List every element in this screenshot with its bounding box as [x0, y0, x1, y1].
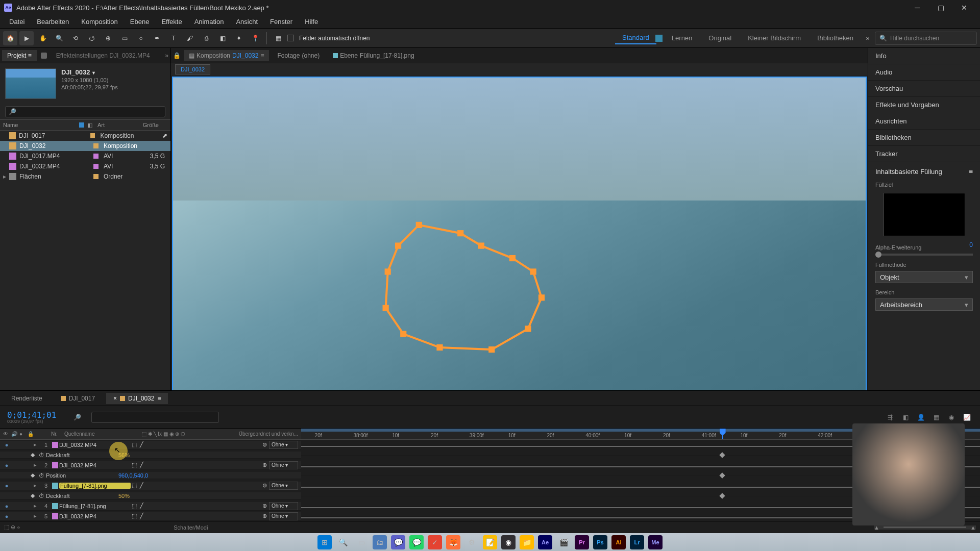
menu-effekte[interactable]: Effekte [155, 18, 188, 26]
panel-tracker[interactable]: Tracker [868, 146, 980, 162]
taskbar-obs[interactable]: ◉ [501, 535, 516, 549]
menu-ebene[interactable]: Ebene [124, 18, 156, 26]
panel-audio[interactable]: Audio [868, 64, 980, 81]
shy-icon[interactable]: 👤 [915, 411, 927, 423]
menu-animation[interactable]: Animation [188, 18, 230, 26]
panel-info[interactable]: Info [868, 48, 980, 64]
panel-menu-icon[interactable]: ≡ [969, 167, 973, 176]
footage-viewer-tab[interactable]: Footage (ohne) [272, 50, 325, 61]
col-name[interactable]: Name [3, 122, 87, 128]
panel-vorschau[interactable]: Vorschau [868, 81, 980, 97]
snap-icon[interactable]: ▦ [271, 31, 285, 45]
switch-mode-toggle[interactable]: Schalter/Modi [174, 524, 208, 531]
mask-path[interactable] [367, 209, 575, 375]
ellipse-tool[interactable]: ○ [134, 31, 148, 45]
workspace-kleiner[interactable]: Kleiner Bildschirm [741, 32, 808, 44]
pen-tool[interactable]: ✒ [150, 31, 164, 45]
layer-row[interactable]: ●▸1DJI_0032.MP4⬚╱⊚Ohne ▾ [0, 440, 980, 450]
tab-dji0017[interactable]: DJI_0017 [54, 393, 102, 404]
timeline-zoom-slider[interactable]: ▲▲ [874, 525, 976, 530]
workspace-standard[interactable]: Standard [615, 32, 656, 44]
brush-tool[interactable]: 🖌 [183, 31, 197, 45]
project-item[interactable]: DJI_0032Komposition [0, 141, 170, 151]
tab-renderliste[interactable]: Renderliste [4, 393, 50, 404]
menu-hilfe[interactable]: Hilfe [299, 18, 324, 26]
project-search[interactable]: 🔎 [5, 106, 165, 117]
comp-viewer-tab[interactable]: ▦ Komposition DJI_0032 ≡ [184, 50, 269, 61]
puppet-tool[interactable]: 📍 [248, 31, 262, 45]
frame-blend-icon[interactable]: ▦ [930, 411, 942, 423]
project-item[interactable]: DJI_0032.MP4AVI3,5 G [0, 161, 170, 171]
menu-bearbeiten[interactable]: Bearbeiten [31, 18, 75, 26]
comp-name[interactable]: DJI_0032 [61, 68, 118, 76]
rotate-tool[interactable]: ⭯ [85, 31, 99, 45]
selection-tool[interactable]: ▶ [19, 31, 34, 45]
layer-property-row[interactable]: ◆⏱Deckkraft50% [0, 491, 980, 501]
layer-row[interactable]: ●▸3Füllung_[7-81].png⬚╱⊚Ohne ▾ [0, 481, 980, 491]
start-button[interactable]: ⊞ [317, 535, 332, 549]
layer-row[interactable]: ●▸5DJI_0032.MP4⬚╱⊚Ohne ▾ [0, 511, 980, 521]
project-tab[interactable]: Projekt ≡ [2, 50, 37, 61]
workspace-bibliotheken[interactable]: Bibliotheken [810, 32, 861, 44]
workspace-original[interactable]: Original [701, 32, 739, 44]
orbit-tool[interactable]: ⟲ [68, 31, 83, 45]
layer-viewer-tab[interactable]: Ebene Füllung_[17-81].png [328, 50, 419, 61]
taskbar-firefox[interactable]: 🦊 [446, 535, 460, 549]
col-size[interactable]: Größe [133, 122, 159, 128]
col-art[interactable]: Art [97, 122, 133, 128]
project-item[interactable]: ▸FlächenOrdner [0, 171, 170, 182]
close-button[interactable]: ✕ [952, 0, 976, 15]
rect-tool[interactable]: ▭ [117, 31, 132, 45]
method-dropdown[interactable]: Objekt [875, 271, 973, 283]
alpha-value[interactable]: 0 [969, 241, 973, 251]
auto-open-checkbox[interactable] [287, 35, 294, 41]
range-dropdown[interactable]: Arbeitsbereich [875, 298, 973, 311]
panel-ausrichten[interactable]: Ausrichten [868, 113, 980, 130]
anchor-tool[interactable]: ⊕ [101, 31, 115, 45]
motion-blur-icon[interactable]: ◉ [945, 411, 958, 423]
taskbar-notes[interactable]: 📝 [483, 535, 497, 549]
toggle-switches-icon[interactable]: ⬚ ⊕ ⟐ [4, 524, 20, 531]
effect-tab-icon[interactable] [41, 53, 47, 59]
workspace-menu-icon[interactable] [655, 35, 663, 42]
project-item[interactable]: DJI_0017.MP4AVI3,5 G [0, 151, 170, 161]
menu-fenster[interactable]: Fenster [264, 18, 299, 26]
timeline-search[interactable] [91, 412, 219, 423]
menu-datei[interactable]: Datei [3, 18, 31, 26]
taskbar-tasks[interactable]: ▭ [354, 535, 369, 549]
graph-editor-icon[interactable]: 📈 [961, 411, 973, 423]
text-tool[interactable]: T [166, 31, 181, 45]
draft3d-icon[interactable]: ◧ [899, 411, 912, 423]
alpha-slider[interactable] [875, 254, 973, 256]
layer-row[interactable]: ●▸2DJI_0032.MP4⬚╱⊚Ohne ▾ [0, 460, 980, 470]
minimize-button[interactable]: ─ [905, 0, 929, 15]
layer-property-row[interactable]: ◆⏱Deckkraft56% [0, 450, 980, 460]
home-tool[interactable]: 🏠 [3, 31, 17, 45]
taskbar-explorer[interactable]: 🗂 [373, 535, 387, 549]
project-item[interactable]: DJI_0017Komposition⬈ [0, 131, 170, 141]
taskbar-files[interactable]: 📁 [520, 535, 534, 549]
taskbar-search[interactable]: 🔍 [336, 535, 350, 549]
tab-dji0032[interactable]: ×DJI_0032 ≡ [106, 393, 168, 404]
eraser-tool[interactable]: ◧ [215, 31, 230, 45]
taskbar-lr[interactable]: Lr [630, 535, 644, 549]
comp-mini-flowchart-icon[interactable]: ⇶ [884, 411, 896, 423]
taskbar-todoist[interactable]: ✓ [428, 535, 442, 549]
menu-ansicht[interactable]: Ansicht [230, 18, 264, 26]
stamp-tool[interactable]: ⎙ [199, 31, 213, 45]
panel-overflow-icon[interactable]: » [165, 52, 168, 59]
panel-bibliotheken[interactable]: Bibliotheken [868, 130, 980, 146]
maximize-button[interactable]: ▢ [929, 0, 952, 15]
layer-row[interactable]: ●▸4Füllung_[7-81].png⬚╱⊚Ohne ▾ [0, 501, 980, 511]
help-search[interactable]: 🔍 Hilfe durchsuchen [875, 32, 977, 45]
comp-thumbnail[interactable] [5, 68, 56, 99]
col-label[interactable]: ◧ [87, 122, 97, 129]
zoom-tool[interactable]: 🔍 [52, 31, 66, 45]
current-time-indicator[interactable] [722, 429, 723, 439]
effect-settings-tab[interactable]: Effekteinstellungen DJI_0032.MP4 [51, 50, 155, 61]
timeline-search-icon[interactable]: 🔎 [74, 414, 81, 421]
taskbar-teams[interactable]: 💬 [391, 535, 405, 549]
panel-effekte[interactable]: Effekte und Vorgaben [868, 97, 980, 113]
taskbar-clip[interactable]: 🎬 [556, 535, 571, 549]
roto-tool[interactable]: ✦ [232, 31, 246, 45]
